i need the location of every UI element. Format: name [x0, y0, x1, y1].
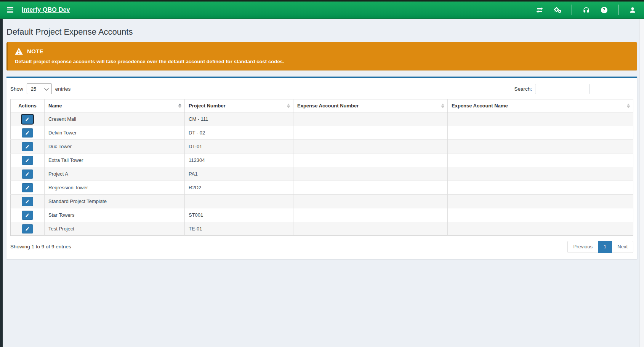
brand-link[interactable]: Interfy QBO Dev	[22, 6, 70, 13]
expense-account-name-cell	[448, 167, 633, 181]
project-number-cell	[185, 195, 293, 208]
pencil-icon	[25, 158, 30, 163]
expense-account-name-cell	[448, 154, 633, 167]
name-cell: Delvin Tower	[45, 126, 185, 140]
name-cell: Cresent Mall	[45, 112, 185, 126]
cogs-icon[interactable]	[554, 6, 561, 14]
help-icon[interactable]: ?	[600, 6, 608, 14]
edit-button[interactable]	[22, 211, 33, 220]
project-number-cell: CM - 111	[185, 112, 293, 126]
search-input[interactable]	[535, 84, 590, 94]
pencil-icon	[25, 131, 30, 135]
actions-cell	[11, 222, 45, 236]
page-size-select-wrap: 25	[27, 83, 52, 94]
table-row: Test Project TE-01	[11, 222, 633, 236]
page-1-button[interactable]: 1	[598, 241, 612, 253]
table-panel: Show 25 entries Search: Actions	[6, 77, 637, 259]
page-size-select[interactable]: 25	[27, 83, 52, 94]
edit-button[interactable]	[22, 170, 33, 179]
expense-account-number-cell	[293, 167, 448, 181]
table-row: Duc Tower DT-01	[11, 140, 633, 154]
entries-label: entries	[55, 86, 71, 92]
edit-button[interactable]	[22, 142, 33, 151]
project-number-cell: DT - 02	[185, 126, 293, 140]
table-controls: Show 25 entries Search:	[10, 78, 633, 99]
expense-account-number-cell	[293, 222, 448, 236]
column-header-actions: Actions	[11, 99, 45, 112]
actions-cell	[11, 154, 45, 167]
sort-icon	[287, 104, 290, 108]
collapsed-sidebar[interactable]	[0, 19, 3, 347]
exchange-icon[interactable]	[536, 6, 543, 14]
expense-account-name-cell	[448, 126, 633, 140]
note-banner: NOTE Default project expense accounts wi…	[6, 42, 637, 70]
actions-cell	[11, 167, 45, 181]
header-divider	[618, 5, 618, 15]
edit-button[interactable]	[22, 156, 33, 165]
table-footer: Showing 1 to 9 of 9 entries Previous 1 N…	[10, 236, 633, 253]
name-cell: Star Towers	[45, 208, 185, 222]
expense-account-name-cell	[448, 112, 633, 126]
expense-account-number-cell	[293, 195, 448, 208]
actions-cell	[11, 140, 45, 154]
search-label: Search:	[514, 86, 532, 92]
column-header-project-number[interactable]: Project Number	[185, 99, 293, 112]
expense-account-number-cell	[293, 181, 448, 195]
user-icon[interactable]	[629, 6, 636, 14]
table-row: Star Towers ST001	[11, 208, 633, 222]
pencil-icon	[25, 227, 30, 231]
menu-icon[interactable]	[6, 6, 14, 14]
project-number-cell: 112304	[185, 154, 293, 167]
name-cell: Duc Tower	[45, 140, 185, 154]
project-number-cell: TE-01	[185, 222, 293, 236]
name-cell: Regression Tower	[45, 181, 185, 195]
scrollbar-track[interactable]	[639, 19, 644, 347]
sort-icon	[178, 104, 181, 108]
expense-account-name-cell	[448, 195, 633, 208]
edit-button[interactable]	[22, 224, 33, 233]
pencil-icon	[25, 172, 30, 176]
show-label: Show	[10, 86, 23, 92]
edit-button[interactable]	[22, 115, 33, 124]
table-row: Project A PA1	[11, 167, 633, 181]
project-number-cell: DT-01	[185, 140, 293, 154]
table-body: Cresent Mall CM - 111 Delvin Tower DT - …	[11, 112, 633, 236]
page-size-control: Show 25 entries	[10, 83, 70, 94]
next-page-button[interactable]: Next	[612, 241, 633, 253]
column-header-expense-account-name[interactable]: Expense Account Name	[448, 99, 633, 112]
project-number-cell: R2D2	[185, 181, 293, 195]
pencil-icon	[25, 199, 30, 204]
projects-table: Actions Name Project Number Expense Acco…	[10, 99, 633, 236]
header-icon-bar: ?	[536, 5, 638, 15]
pencil-icon	[25, 117, 30, 122]
header-divider	[572, 5, 572, 15]
expense-account-number-cell	[293, 126, 448, 140]
edit-button[interactable]	[22, 197, 33, 206]
table-row: Standard Project Template	[11, 195, 633, 208]
main-content: Default Project Expense Accounts NOTE De…	[3, 19, 639, 347]
expense-account-name-cell	[448, 208, 633, 222]
page-title: Default Project Expense Accounts	[6, 27, 637, 37]
sort-icon	[627, 104, 630, 108]
expense-account-number-cell	[293, 154, 448, 167]
app-header: Interfy QBO Dev	[0, 2, 644, 19]
entries-summary: Showing 1 to 9 of 9 entries	[10, 244, 71, 249]
table-row: Extra Tall Tower 112304	[11, 154, 633, 167]
note-title: NOTE	[27, 48, 43, 54]
project-number-cell: ST001	[185, 208, 293, 222]
actions-cell	[11, 208, 45, 222]
search-control: Search:	[514, 84, 590, 94]
expense-account-name-cell	[448, 222, 633, 236]
name-cell: Extra Tall Tower	[45, 154, 185, 167]
edit-button[interactable]	[22, 128, 33, 138]
table-header-row: Actions Name Project Number Expense Acco…	[11, 99, 633, 112]
actions-cell	[11, 126, 45, 140]
column-header-name[interactable]: Name	[45, 99, 185, 112]
edit-button[interactable]	[22, 183, 33, 192]
expense-account-number-cell	[293, 112, 448, 126]
column-header-expense-account-number[interactable]: Expense Account Number	[293, 99, 448, 112]
headset-icon[interactable]	[582, 6, 590, 14]
previous-page-button[interactable]: Previous	[567, 241, 598, 253]
name-cell: Test Project	[45, 222, 185, 236]
actions-cell	[11, 112, 45, 126]
